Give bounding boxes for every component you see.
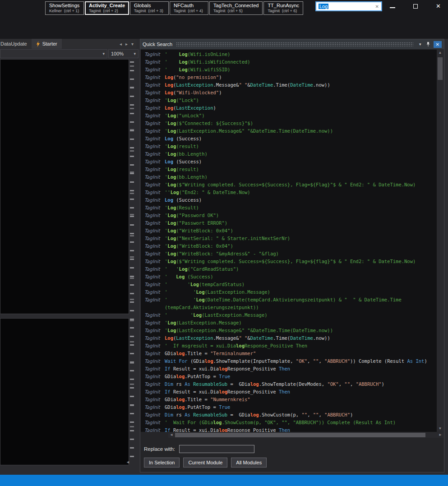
pin-icon[interactable] — [424, 41, 433, 48]
result-row[interactable]: TagInitLog(LastException) — [141, 104, 437, 112]
result-row[interactable]: TagInit'Log(result) — [141, 143, 437, 150]
result-code: 'Log("Passwort ERROR") — [165, 219, 227, 227]
scope-button-current-module[interactable]: Current Module — [183, 458, 227, 467]
result-row[interactable]: TagInit' 'Log(tempCardStatus) — [141, 281, 437, 288]
result-row[interactable]: TagInitWait For (GDialog.ShowTemplate(In… — [141, 357, 437, 365]
result-row[interactable]: TagInit'Log(LastException.Message) — [141, 319, 437, 327]
scroll-up-icon[interactable]: ▲ — [437, 50, 443, 56]
result-row[interactable]: TagInit'Log("Password OK") — [141, 212, 437, 219]
results-horizontal-scrollbar[interactable]: ◄ ► — [168, 432, 443, 438]
result-row[interactable]: TagInit' 'Log("CardReadStatus") — [141, 265, 437, 273]
scroll-thumb[interactable] — [175, 433, 425, 437]
result-row[interactable]: TagInit'Log("Passwort ERROR") — [141, 219, 437, 227]
maximize-button[interactable] — [413, 4, 418, 9]
result-module-name: TagInit — [141, 411, 165, 419]
result-code: 'Log("unLock") — [165, 112, 205, 120]
result-row[interactable]: TagInitLog (Success) — [141, 135, 437, 143]
result-row[interactable]: TagInitLog(LastException.Message&" "&Dat… — [141, 81, 437, 89]
scope-button-in-selection[interactable]: In Selection — [144, 458, 180, 467]
results-vertical-scrollbar[interactable]: ▲ ▼ — [437, 50, 443, 432]
editor-hscroll-left-icon[interactable]: ◄ — [126, 460, 130, 464]
result-row[interactable]: TagInitDim rs As ResumableSub = GDialog.… — [141, 411, 437, 419]
scroll-thumb[interactable] — [438, 57, 443, 80]
search-clear-icon[interactable]: ✕ — [375, 4, 379, 9]
scope-button-all-modules[interactable]: All Modules — [231, 458, 267, 467]
result-row[interactable]: TagInit'Log("NextSerial: " & Starter.ini… — [141, 235, 437, 242]
result-row[interactable]: TagInitGDialog.PutAtTop = True — [141, 373, 437, 380]
result-row[interactable]: TagInit'Log(Result) — [141, 204, 437, 212]
switcher-tab-activity_create[interactable]: Activity_CreateTagInit (ctrl + 2) — [85, 1, 129, 15]
switcher-tab-tt_runasync[interactable]: TT_RunAsyncTagInit (ctrl + 6) — [263, 1, 303, 15]
result-code: 'Log(bb.Length) — [165, 173, 208, 181]
quick-search-box[interactable]: Log ✕ — [315, 1, 382, 11]
switcher-tab-globals[interactable]: GlobalsTagInit (ctrl + 3) — [130, 1, 169, 15]
result-row[interactable]: TagInitLog("Wifi-Unlocked") — [141, 89, 437, 97]
scroll-right-icon[interactable]: ► — [437, 432, 443, 438]
quick-search-titlebar[interactable]: Quick Search ▾ ✕ — [140, 39, 444, 49]
code-editor-bottom[interactable] — [0, 318, 129, 465]
result-row[interactable]: TagInit'Log("WriteBlock: 0x04") — [141, 227, 437, 235]
replace-input[interactable] — [179, 445, 254, 453]
result-row[interactable]: TagInit' Log(Wifi.isOnLine) — [141, 51, 437, 58]
result-module-name: TagInit — [141, 296, 165, 304]
result-row[interactable]: TagInitIf Result = xui.DialogResponse_Po… — [141, 365, 437, 373]
code-editor-top[interactable] — [0, 59, 129, 314]
result-row[interactable]: TagInitLog (Success) — [141, 158, 437, 166]
result-row[interactable]: TagInit'Log(LastException.Message&" "&Da… — [141, 127, 437, 135]
result-row[interactable]: TagInit''Log("End2: " & DateTime.Now) — [141, 189, 437, 196]
panel-close-icon[interactable]: ✕ — [434, 41, 442, 48]
zoom-dropdown[interactable]: 100% ▾ — [108, 49, 139, 58]
result-row[interactable]: TagInitGDialog.PutAtTop = True — [141, 403, 437, 411]
result-row[interactable]: TagInit' Log (Success) — [141, 273, 437, 281]
result-row[interactable]: (tempCard.Aktivierungszeitpunkt)) — [141, 304, 437, 311]
result-row[interactable]: TagInitIf Result = xui.DialogResponse_Po… — [141, 388, 437, 396]
tab-list-dropdown-icon[interactable]: ▾ — [129, 42, 135, 46]
result-row[interactable]: TagInit'Log(result) — [141, 166, 437, 173]
switcher-tab-tagtech_connected[interactable]: TagTech_ConnectedTagInit (ctrl + 5) — [209, 1, 263, 15]
result-row[interactable]: TagInitLog(LastException.Message&" "&Dat… — [141, 334, 437, 342]
result-row[interactable]: TagInit'Log(LastException.Message&" "&Da… — [141, 327, 437, 334]
result-code: GDialog.PutAtTop = True — [165, 403, 230, 411]
search-input[interactable]: Log — [319, 4, 328, 9]
result-row[interactable]: TagInitGDialog.Title = "Nummernkreis" — [141, 396, 437, 403]
switcher-tab-showsettings[interactable]: ShowSettingsKellner (ctrl + 1) — [45, 1, 84, 15]
scroll-left-icon[interactable]: ◄ — [168, 432, 175, 438]
editor-tab-dataupdate[interactable]: DataUpdate — [0, 39, 32, 49]
result-row[interactable]: TagInit' 'Log(LastException.Message) — [141, 311, 437, 319]
tab-scroll-left-icon[interactable]: ◂ — [118, 42, 124, 46]
result-row[interactable]: TagInit'Log($"Connected: ${Success}"$) — [141, 120, 437, 127]
result-row[interactable]: TagInitDim rs As ResumableSub = GDialog.… — [141, 380, 437, 388]
result-code: 'Log("Password OK") — [165, 212, 219, 219]
result-row[interactable]: TagInit' 'Log(LastException.Message) — [141, 288, 437, 296]
editor-tab-starter[interactable]: Starter — [32, 39, 62, 49]
result-row[interactable]: TagInit'Log("WriteBlock: "&myAdress&" - … — [141, 250, 437, 258]
result-row[interactable]: TagInit'Log($"Writing completed. Success… — [141, 181, 437, 189]
result-row[interactable]: TagInit' Log(Wifi.wifiSSID) — [141, 66, 437, 74]
window-position-menu-icon[interactable]: ▾ — [417, 41, 424, 47]
result-row[interactable]: TagInit' Wait For (GDialog.ShowCustom(p,… — [141, 419, 437, 426]
drag-grip[interactable] — [176, 42, 413, 46]
result-row[interactable]: TagInitLog (Success) — [141, 196, 437, 204]
result-row[interactable]: TagInit'Log(bb.Length) — [141, 150, 437, 158]
result-row[interactable]: TagInit'Log($"Writing completed. Success… — [141, 258, 437, 265]
result-row[interactable]: TagInitIf Result = xui.DialogResponse_Po… — [141, 426, 437, 432]
switcher-tab-nfcauth[interactable]: NFCauthTagInit (ctrl + 4) — [170, 1, 208, 15]
result-row[interactable]: TagInitLog("no permission") — [141, 74, 437, 81]
result-row[interactable]: TagInit' Log(Wifi.isWifiConnected) — [141, 58, 437, 66]
result-module-name: TagInit — [141, 373, 165, 380]
result-row[interactable]: TagInit'Log("Lock") — [141, 97, 437, 104]
result-row[interactable]: TagInitGDialog.Title = "Terminalnummer" — [141, 350, 437, 357]
scroll-down-icon[interactable]: ▼ — [437, 426, 443, 432]
result-row[interactable]: TagInit' 'Log(DateTime.Date(tempCard.Akt… — [141, 296, 437, 304]
result-code: ' 'Log(LastException.Message) — [165, 288, 270, 296]
result-row[interactable]: TagInit'Log("WriteBlock: 0x04") — [141, 242, 437, 250]
member-dropdown[interactable]: ▾ — [0, 49, 107, 58]
result-row[interactable]: TagInit'Log(bb.Length) — [141, 173, 437, 181]
minimize-button[interactable] — [390, 5, 395, 8]
close-button[interactable]: ✕ — [436, 3, 441, 9]
result-row[interactable]: TagInit'Log("unLock") — [141, 112, 437, 120]
window-controls: ✕ — [390, 3, 441, 9]
result-row[interactable]: TagInit' If msgresult = xui.DialogRespon… — [141, 342, 437, 350]
result-code: 'Log("WriteBlock: "&myAdress&" - "&flag) — [165, 250, 279, 258]
tab-scroll-right-icon[interactable]: ▸ — [124, 42, 129, 46]
